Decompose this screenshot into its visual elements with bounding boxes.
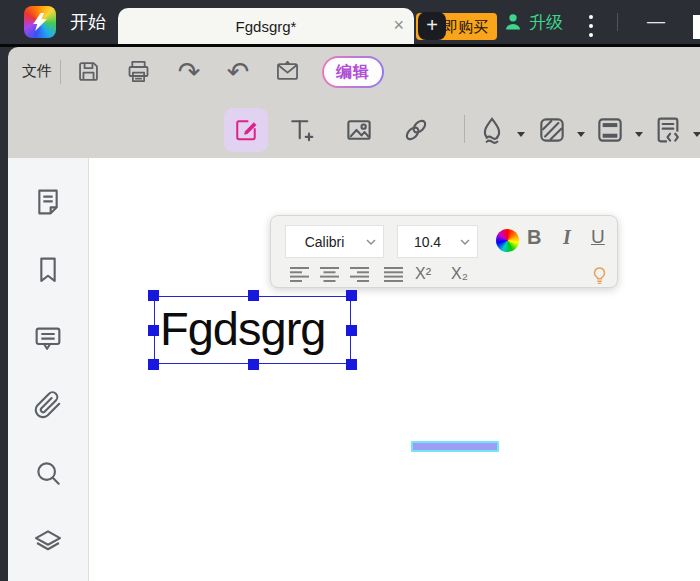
save-icon bbox=[75, 58, 102, 85]
superscript-button[interactable]: X² bbox=[415, 265, 431, 283]
watermark-dropdown-caret[interactable] bbox=[517, 132, 525, 141]
code-document-button[interactable] bbox=[650, 112, 686, 148]
resize-handle-bottom-left[interactable] bbox=[148, 359, 159, 370]
align-right-icon bbox=[349, 266, 370, 282]
search-icon bbox=[32, 457, 64, 489]
page-background-button[interactable] bbox=[534, 112, 570, 148]
font-family-value: Calibri bbox=[286, 234, 363, 250]
align-center-icon bbox=[319, 266, 340, 282]
edit-pencil-icon bbox=[232, 116, 260, 144]
sidebar-item-bookmarks[interactable] bbox=[26, 248, 70, 292]
sidebar-item-attachments[interactable] bbox=[26, 383, 70, 427]
align-left-icon bbox=[289, 266, 310, 282]
align-left-button[interactable] bbox=[287, 265, 311, 283]
mail-icon bbox=[274, 58, 301, 85]
save-button[interactable] bbox=[70, 53, 106, 89]
undo-icon: ↶ bbox=[227, 58, 250, 85]
tab-home[interactable]: 开始 bbox=[64, 0, 112, 44]
bold-button[interactable]: B bbox=[527, 226, 541, 249]
tip-lightbulb-button[interactable] bbox=[587, 265, 611, 283]
add-text-button[interactable] bbox=[283, 112, 319, 148]
upgrade-label: 升级 bbox=[529, 11, 563, 34]
watermark-button[interactable] bbox=[474, 112, 510, 148]
comment-icon bbox=[32, 322, 64, 354]
add-text-icon bbox=[286, 115, 316, 145]
document-title: Fgdsgrg* bbox=[236, 18, 297, 35]
resize-handle-middle-right[interactable] bbox=[346, 325, 357, 336]
redo-button[interactable]: ↷ bbox=[171, 53, 207, 89]
align-center-button[interactable] bbox=[317, 265, 341, 283]
chevron-down-icon bbox=[457, 234, 473, 250]
layers-icon bbox=[32, 525, 64, 557]
resize-handle-top-left[interactable] bbox=[148, 290, 159, 301]
maximize-button[interactable] bbox=[693, 15, 700, 39]
paperclip-icon bbox=[32, 389, 64, 421]
close-tab-icon[interactable]: × bbox=[393, 8, 404, 44]
ribbon-toolbar: 文件 ↷ bbox=[8, 47, 700, 158]
font-color-wheel-button[interactable] bbox=[496, 229, 519, 252]
user-icon bbox=[503, 12, 523, 32]
minimize-button[interactable]: — bbox=[643, 14, 669, 32]
upgrade-button[interactable]: 升级 bbox=[503, 10, 563, 34]
subscript-button[interactable]: X₂ bbox=[451, 265, 468, 283]
tab-document[interactable]: Fgdsgrg* × bbox=[118, 8, 414, 44]
toolbar-divider bbox=[464, 115, 465, 143]
resize-handle-bottom-middle[interactable] bbox=[248, 359, 259, 370]
font-family-select[interactable]: Calibri bbox=[285, 225, 384, 258]
header-footer-icon bbox=[594, 114, 626, 146]
image-icon bbox=[344, 115, 374, 145]
edit-text-tool-active[interactable] bbox=[224, 108, 268, 152]
font-size-select[interactable]: 10.4 bbox=[397, 225, 478, 258]
resize-handle-top-right[interactable] bbox=[346, 290, 357, 301]
sidebar-item-layers[interactable] bbox=[26, 519, 70, 563]
header-footer-dropdown-caret[interactable] bbox=[635, 132, 643, 141]
resize-handle-top-middle[interactable] bbox=[248, 290, 259, 301]
selected-text-box[interactable]: Fgdsgrg bbox=[154, 296, 351, 364]
bookmark-icon bbox=[32, 254, 64, 286]
left-sidebar bbox=[8, 158, 89, 581]
page-thumbnails-icon bbox=[32, 186, 64, 218]
app-logo-icon[interactable] bbox=[24, 6, 56, 38]
sidebar-item-comments[interactable] bbox=[26, 316, 70, 360]
redo-icon: ↷ bbox=[178, 58, 201, 85]
code-document-dropdown-caret[interactable] bbox=[693, 132, 700, 141]
align-right-button[interactable] bbox=[347, 265, 371, 283]
header-footer-button[interactable] bbox=[592, 112, 628, 148]
highlighted-element-bar[interactable] bbox=[411, 441, 499, 452]
watermark-icon bbox=[476, 114, 508, 146]
font-size-value: 10.4 bbox=[398, 234, 457, 250]
italic-button[interactable]: I bbox=[563, 226, 571, 249]
titlebar: 开始 Fgdsgrg* × 即购买 + 升级 — bbox=[0, 0, 700, 44]
file-menu[interactable]: 文件 bbox=[22, 62, 52, 81]
titlebar-divider bbox=[617, 13, 618, 31]
add-image-button[interactable] bbox=[341, 112, 377, 148]
justify-button[interactable] bbox=[381, 265, 405, 283]
link-icon bbox=[401, 115, 431, 145]
lightning-a-icon bbox=[29, 11, 51, 33]
text-box-content[interactable]: Fgdsgrg bbox=[160, 294, 350, 362]
justify-icon bbox=[383, 266, 404, 282]
undo-button[interactable]: ↶ bbox=[220, 53, 256, 89]
lightbulb-icon bbox=[589, 265, 610, 286]
background-icon bbox=[536, 114, 568, 146]
mail-button[interactable] bbox=[269, 53, 305, 89]
sidebar-item-page-thumbnails[interactable] bbox=[26, 180, 70, 224]
chevron-down-icon bbox=[363, 234, 379, 250]
new-tab-button[interactable]: + bbox=[418, 12, 446, 40]
underline-button[interactable]: U bbox=[591, 226, 605, 248]
resize-handle-bottom-right[interactable] bbox=[346, 359, 357, 370]
background-dropdown-caret[interactable] bbox=[577, 132, 585, 141]
edit-mode-button[interactable]: 编辑 bbox=[322, 56, 384, 88]
more-menu-button[interactable] bbox=[586, 15, 596, 37]
document-canvas[interactable]: Calibri 10.4 B I U bbox=[89, 158, 700, 581]
content-area: 文件 ↷ bbox=[8, 47, 700, 581]
text-format-toolbar: Calibri 10.4 B I U bbox=[270, 215, 618, 288]
resize-handle-middle-left[interactable] bbox=[148, 325, 159, 336]
code-document-icon bbox=[652, 114, 684, 146]
print-button[interactable] bbox=[120, 53, 156, 89]
sidebar-item-search[interactable] bbox=[26, 451, 70, 495]
main-area: Calibri 10.4 B I U bbox=[8, 158, 700, 581]
toolbar-divider bbox=[60, 60, 61, 84]
add-link-button[interactable] bbox=[398, 112, 434, 148]
print-icon bbox=[125, 58, 152, 85]
